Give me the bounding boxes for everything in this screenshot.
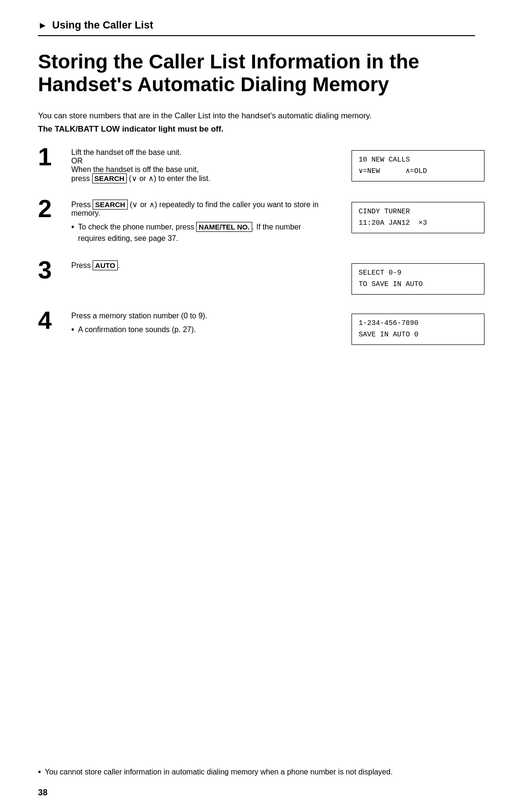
step-4-layout: Press a memory station number (0 to 9). … <box>71 312 475 345</box>
step-2-bullet-text: To check the phone number, press NAME/TE… <box>78 221 328 244</box>
display-4-line2: SAVE IN AUTO 0 <box>359 329 477 341</box>
step-2-bullet-1: • To check the phone number, press NAME/… <box>71 221 328 244</box>
step-3-display: SELECT 0-9 TO SAVE IN AUTO <box>337 261 475 295</box>
page-title: Storing the Caller List Information in t… <box>38 50 475 96</box>
auto-key: AUTO <box>93 260 117 270</box>
step-4-bullet-text: A confirmation tone sounds (p. 27). <box>78 324 196 336</box>
step-1-line3: When the handset is off the base unit, p… <box>71 165 328 183</box>
display-3-line2: TO SAVE IN AUTO <box>359 279 477 290</box>
step-2-display: CINDY TURNER 11:20A JAN12 ×3 <box>337 200 475 233</box>
step-4-main: Press a memory station number (0 to 9). <box>71 312 328 320</box>
display-1-line2: ∨=NEW ∧=OLD <box>359 166 477 177</box>
footer-note-text: You cannot store caller information in a… <box>45 766 392 779</box>
footer-note: • You cannot store caller information in… <box>38 763 475 779</box>
step-number-2: 2 <box>38 196 71 221</box>
footer-bullet: • You cannot store caller information in… <box>38 766 475 779</box>
step-3-main: Press AUTO. <box>71 261 328 270</box>
search-key-2: SEARCH <box>93 200 127 210</box>
step-4-text: Press a memory station number (0 to 9). … <box>71 312 328 336</box>
step-1-display: 10 NEW CALLS ∨=NEW ∧=OLD <box>337 148 475 182</box>
step-1-line1: Lift the handset off the base unit. <box>71 148 328 157</box>
step-2-main: Press SEARCH (∨ or ∧) repeatedly to find… <box>71 200 328 218</box>
step-2-text: Press SEARCH (∨ or ∧) repeatedly to find… <box>71 200 328 244</box>
display-1-line1: 10 NEW CALLS <box>359 154 477 166</box>
step-number-4: 4 <box>38 308 71 333</box>
step-number-3: 3 <box>38 258 71 282</box>
header-divider <box>38 35 475 36</box>
bullet-dot: • <box>71 221 74 244</box>
search-key-1: SEARCH <box>92 173 127 183</box>
display-2-line1: CINDY TURNER <box>359 206 477 218</box>
display-4-line1: 1-234-456-7890 <box>359 318 477 329</box>
display-1: 10 NEW CALLS ∨=NEW ∧=OLD <box>352 150 484 182</box>
step-3-text: Press AUTO. <box>71 261 328 270</box>
step-number-1: 1 <box>38 144 71 169</box>
bullet-dot-4: • <box>71 324 74 336</box>
steps-container: 1 Lift the handset off the base unit. OR… <box>38 148 475 345</box>
display-2-line2: 11:20A JAN12 ×3 <box>359 218 477 229</box>
step-3: 3 Press AUTO. SELECT 0-9 TO SAVE IN AUTO <box>38 261 475 295</box>
step-1: 1 Lift the handset off the base unit. OR… <box>38 148 475 183</box>
nametelno-key: NAME/TEL NO. <box>196 222 252 232</box>
section-icon: ► <box>38 20 48 31</box>
step-4-display: 1-234-456-7890 SAVE IN AUTO 0 <box>337 312 475 345</box>
section-title: Using the Caller List <box>52 19 153 31</box>
step-4: 4 Press a memory station number (0 to 9)… <box>38 312 475 345</box>
step-4-bullet-1: • A confirmation tone sounds (p. 27). <box>71 324 328 336</box>
display-3-line1: SELECT 0-9 <box>359 267 477 279</box>
display-2: CINDY TURNER 11:20A JAN12 ×3 <box>352 202 484 233</box>
intro-line2: The TALK/BATT LOW indicator light must b… <box>38 124 475 134</box>
section-header: ► Using the Caller List <box>38 19 475 31</box>
intro-line1: You can store numbers that are in the Ca… <box>38 110 475 122</box>
step-2-layout: Press SEARCH (∨ or ∧) repeatedly to find… <box>71 200 475 244</box>
step-3-layout: Press AUTO. SELECT 0-9 TO SAVE IN AUTO <box>71 261 475 295</box>
footer-bullet-dot: • <box>38 766 41 779</box>
step-1-layout: Lift the handset off the base unit. OR W… <box>71 148 475 183</box>
display-4: 1-234-456-7890 SAVE IN AUTO 0 <box>352 314 484 345</box>
page-number: 38 <box>38 788 48 798</box>
step-2: 2 Press SEARCH (∨ or ∧) repeatedly to fi… <box>38 200 475 244</box>
step-1-text: Lift the handset off the base unit. OR W… <box>71 148 328 183</box>
step-1-or: OR <box>71 157 328 165</box>
display-3: SELECT 0-9 TO SAVE IN AUTO <box>352 263 484 295</box>
